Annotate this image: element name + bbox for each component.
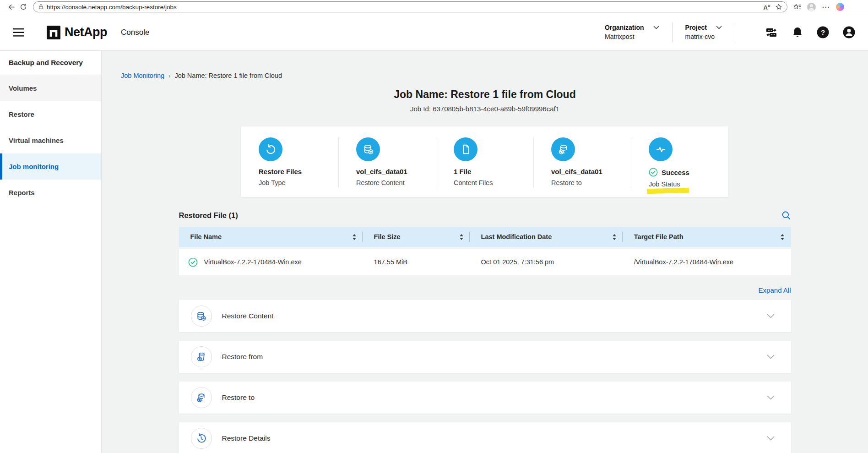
chevron-down-icon[interactable] (767, 395, 775, 400)
chevron-down-icon (716, 26, 722, 29)
stage-restore-to: vol_cifs_data01 Restore to (533, 137, 631, 188)
accordion-restore-content[interactable]: Restore Content (179, 300, 791, 332)
project-selector[interactable]: Project matrix-cvo (685, 24, 722, 41)
accordion-label: Restore to (222, 393, 255, 402)
success-check-icon (188, 257, 198, 267)
stage-label: Content Files (454, 179, 533, 186)
accordion-section: Restore Content Restore from Restore t (179, 300, 791, 453)
cell-file-name: VirtualBox-7.2.2-170484-Win.exe (204, 258, 302, 266)
database-arrow-icon (191, 306, 212, 327)
expand-all-link[interactable]: Expand All (759, 286, 791, 294)
table-row[interactable]: VirtualBox-7.2.2-170484-Win.exe 167.55 M… (179, 249, 791, 275)
sidebar-item-job-monitoring[interactable]: Job monitoring (0, 153, 101, 180)
stage-label: Job Status (649, 180, 680, 188)
sidebar-item-volumes[interactable]: Volumes (0, 75, 101, 101)
more-menu-icon[interactable]: ⋯ (822, 2, 830, 12)
sidebar: Backup and Recovery Volumes Restore Virt… (0, 51, 102, 453)
breadcrumb: Job Monitoring › Job Name: Restore 1 fil… (121, 72, 868, 79)
cell-target-file-path: /VirtualBox-7.2.2-170484-Win.exe (623, 258, 791, 266)
project-value: matrix-cvo (685, 33, 722, 41)
stage-job-status: Success Job Status (631, 137, 728, 188)
stage-label: Job Type (259, 179, 338, 186)
success-check-icon (649, 168, 658, 177)
stage-label: Restore Content (356, 179, 436, 186)
netapp-logo-mark (47, 26, 60, 39)
file-icon (454, 137, 477, 161)
database-arrow-icon (551, 137, 575, 161)
svg-text:?: ? (821, 28, 825, 36)
table-header-row: File Name File Size Last Modification Da… (179, 227, 791, 247)
stage-value: Restore Files (259, 168, 338, 175)
sort-icon[interactable] (613, 234, 616, 240)
refresh-icon[interactable] (17, 1, 29, 13)
netapp-logo[interactable]: NetApp (47, 25, 107, 39)
chevron-down-icon[interactable] (767, 314, 775, 318)
connector-swap-icon[interactable] (765, 27, 778, 38)
organization-value: Matrixpost (605, 33, 659, 41)
restored-files-section: Restored File (1) File Name File Size La… (179, 211, 791, 275)
search-icon[interactable] (781, 211, 791, 220)
restored-files-title: Restored File (1) (179, 211, 238, 220)
sort-icon[interactable] (460, 234, 463, 240)
url-text[interactable]: https://console.netapp.com/backup-restor… (47, 4, 764, 11)
chevron-down-icon[interactable] (767, 355, 775, 359)
breadcrumb-current: Job Name: Restore 1 file from Cloud (174, 72, 282, 79)
sidebar-item-restore[interactable]: Restore (0, 101, 101, 127)
sort-icon[interactable] (353, 234, 356, 240)
organization-selector[interactable]: Organization Matrixpost (605, 24, 659, 41)
stage-value: 1 File (454, 168, 533, 175)
column-header-target-file-path[interactable]: Target File Path (623, 227, 791, 247)
read-aloud-icon[interactable]: A» (764, 3, 770, 11)
page-title: Job Name: Restore 1 file from Cloud (102, 88, 868, 101)
cell-file-size: 167.55 MiB (363, 258, 470, 266)
database-arrow-icon (356, 137, 380, 161)
cell-last-modification-date: Oct 01 2025, 7:31:56 pm (470, 258, 623, 266)
brand-name: NetApp (65, 25, 107, 39)
main-content: Job Monitoring › Job Name: Restore 1 fil… (102, 51, 868, 453)
accordion-restore-from[interactable]: Restore from (179, 341, 791, 373)
stage-content-files: 1 File Content Files (436, 137, 533, 188)
sidebar-item-reports[interactable]: Reports (0, 180, 101, 206)
chevron-down-icon[interactable] (767, 436, 775, 441)
app-header: NetApp Console Organization Matrixpost P… (0, 14, 868, 51)
job-summary-card: Restore Files Job Type vol_cifs_data01 R… (241, 126, 728, 197)
history-icon (191, 428, 212, 449)
copilot-icon[interactable] (836, 3, 844, 11)
project-label: Project (685, 24, 707, 32)
accordion-restore-to[interactable]: Restore to (179, 382, 791, 414)
browser-chrome: https://console.netapp.com/backup-restor… (0, 0, 868, 14)
breadcrumb-separator: › (168, 72, 170, 79)
sort-icon[interactable] (781, 234, 784, 240)
account-icon[interactable] (843, 26, 855, 38)
column-header-file-size[interactable]: File Size (363, 227, 470, 247)
database-arrow-icon (191, 387, 212, 408)
lock-icon (38, 4, 44, 10)
column-header-file-name[interactable]: File Name (179, 227, 363, 247)
yellow-highlight (647, 188, 689, 194)
back-icon[interactable] (5, 1, 17, 13)
hamburger-menu-icon[interactable] (13, 28, 24, 37)
stage-value: vol_cifs_data01 (551, 168, 631, 175)
accordion-restore-details[interactable]: Restore Details (179, 422, 791, 453)
notifications-bell-icon[interactable] (792, 27, 803, 38)
browser-profile-avatar[interactable] (807, 3, 816, 11)
favorite-star-icon[interactable] (775, 3, 782, 11)
job-status-value: Success (662, 169, 689, 176)
stage-value: vol_cifs_data01 (356, 168, 436, 175)
divider (735, 22, 735, 43)
chevron-down-icon (653, 26, 659, 29)
sidebar-title: Backup and Recovery (0, 51, 101, 75)
column-header-last-modification-date[interactable]: Last Modification Date (470, 227, 623, 247)
sidebar-item-virtual-machines[interactable]: Virtual machines (0, 127, 101, 153)
product-name: Console (121, 28, 149, 37)
divider (672, 22, 673, 43)
bucket-arrow-icon (191, 346, 212, 367)
pulse-icon (649, 137, 673, 161)
breadcrumb-parent-link[interactable]: Job Monitoring (121, 72, 164, 79)
organization-label: Organization (605, 24, 644, 32)
address-bar[interactable]: https://console.netapp.com/backup-restor… (33, 1, 787, 12)
collections-icon[interactable] (793, 3, 801, 11)
stage-job-type: Restore Files Job Type (241, 137, 338, 188)
help-icon[interactable]: ? (817, 26, 829, 38)
accordion-label: Restore from (222, 353, 263, 361)
